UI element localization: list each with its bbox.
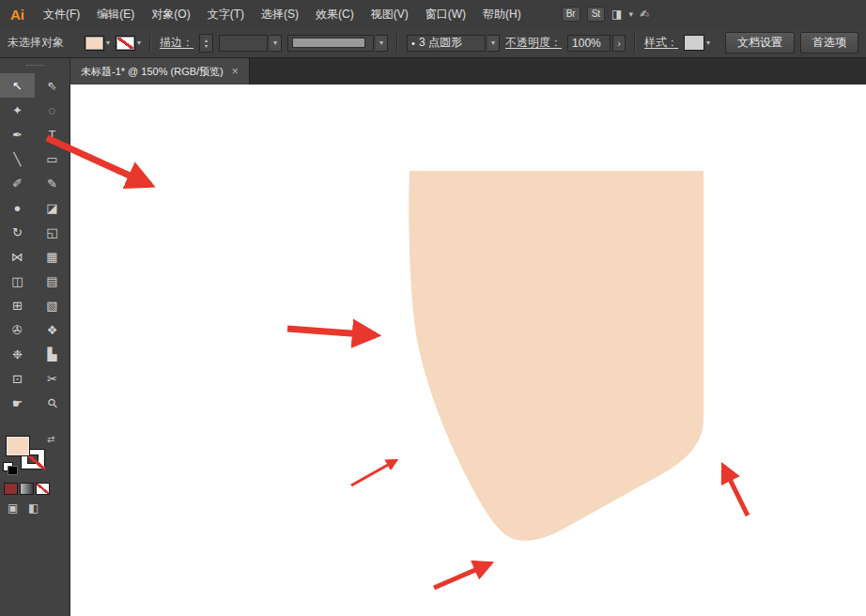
style-dropdown[interactable]: ▾	[684, 35, 710, 51]
shape-builder-tool[interactable]: ◫	[0, 269, 35, 293]
control-bar: 未选择对象 ▾ ▾ 描边： ▴ ▾ ▾ ▾ • 3 点圆形 ▾ 不透明度： 10…	[0, 28, 866, 58]
stroke-weight-combo[interactable]: ▾	[219, 35, 282, 52]
app-logo: Ai	[0, 7, 35, 23]
color-mode-button[interactable]	[4, 483, 18, 495]
blob-brush-tool[interactable]: ●	[0, 195, 35, 220]
opacity-panel-arrow[interactable]: ›	[612, 35, 626, 52]
menu-bar: Ai 文件(F) 编辑(E) 对象(O) 文字(T) 选择(S) 效果(C) 视…	[0, 0, 866, 29]
menu-edit[interactable]: 编辑(E)	[88, 0, 143, 28]
stroke-weight-stepper[interactable]: ▴ ▾	[199, 34, 213, 53]
type-tool[interactable]: T	[35, 122, 70, 146]
width-tool[interactable]: ⋈	[0, 244, 35, 269]
none-mode-button[interactable]	[36, 483, 50, 495]
brush-preview-icon: •	[411, 38, 415, 49]
hand-tool[interactable]: ☛	[0, 391, 35, 415]
screen-mode-button[interactable]: ◧	[28, 501, 39, 515]
eraser-tool[interactable]: ◪	[35, 195, 70, 220]
document-tab[interactable]: 未标题-1* @ 150% (RGB/预览) ×	[70, 58, 250, 85]
document-tab-bar: 未标题-1* @ 150% (RGB/预览) ×	[70, 58, 866, 85]
perspective-grid-tool[interactable]: ▤	[35, 269, 70, 293]
chevron-down-icon[interactable]: ▾	[628, 9, 633, 19]
stroke-color-swatch[interactable]	[116, 36, 135, 51]
fill-swatch[interactable]	[6, 436, 30, 456]
direct-selection-tool[interactable]: ⇖	[35, 73, 70, 98]
mesh-tool[interactable]: ⊞	[0, 293, 35, 317]
paintbrush-tool[interactable]: ✐	[0, 171, 35, 195]
tab-close-icon[interactable]: ×	[232, 65, 239, 78]
line-segment-tool[interactable]: ╲	[0, 146, 35, 171]
opacity-label[interactable]: 不透明度：	[505, 35, 562, 51]
tools-panel: ↖ ⇖ ✦ ◌ ✒ T ╲ ▭ ✐ ✎ ● ◪ ↻ ◱ ⋈ ▦ ◫ ▤ ⊞ ▧ …	[0, 58, 70, 616]
column-graph-tool[interactable]: ▙	[35, 342, 70, 366]
chevron-down-icon[interactable]: ▾	[491, 38, 495, 47]
rotate-tool[interactable]: ↻	[0, 220, 35, 244]
draw-mode-button[interactable]: ▣	[8, 501, 18, 515]
opacity-value[interactable]: 100%	[572, 37, 601, 50]
rectangle-tool[interactable]: ▭	[35, 146, 70, 171]
brush-definition-value[interactable]: 3 点圆形	[419, 35, 462, 51]
selection-tool[interactable]: ↖	[0, 73, 35, 98]
default-stroke-chip	[8, 466, 18, 475]
artboard-canvas[interactable]	[70, 85, 866, 616]
menu-window[interactable]: 窗口(W)	[417, 0, 474, 28]
style-swatch[interactable]	[684, 35, 704, 51]
opacity-combo[interactable]: 100% ›	[567, 35, 626, 52]
pencil-tool[interactable]: ✎	[35, 171, 70, 195]
fill-color-swatch[interactable]	[85, 36, 104, 51]
chevron-down-icon[interactable]: ▾	[106, 38, 110, 47]
touch-workspace-icon[interactable]: ✍	[640, 8, 649, 21]
swap-fill-stroke-icon[interactable]: ⇄	[47, 434, 54, 444]
artwork-layer	[70, 85, 866, 616]
toolbar-grip[interactable]	[0, 58, 70, 73]
symbol-sprayer-tool[interactable]: ❉	[0, 342, 35, 366]
eyedropper-tool[interactable]: ✇	[0, 317, 35, 342]
stepper-down-icon[interactable]: ▾	[205, 43, 208, 49]
workspace-switcher-icon[interactable]: ◨	[611, 8, 622, 21]
free-transform-tool[interactable]: ▦	[35, 244, 70, 269]
separator	[634, 34, 636, 53]
menu-select[interactable]: 选择(S)	[253, 0, 307, 28]
tool-grid: ↖ ⇖ ✦ ◌ ✒ T ╲ ▭ ✐ ✎ ● ◪ ↻ ◱ ⋈ ▦ ◫ ▤ ⊞ ▧ …	[0, 73, 70, 415]
artboard-tool[interactable]: ⊡	[0, 366, 35, 391]
chevron-down-icon[interactable]: ▾	[273, 38, 277, 47]
gradient-mode-button[interactable]	[20, 483, 34, 495]
separator	[396, 34, 398, 53]
width-profile-preview	[292, 38, 365, 48]
style-label[interactable]: 样式：	[644, 35, 678, 51]
separator	[149, 34, 151, 53]
bridge-button[interactable]: Br	[562, 7, 580, 22]
chevron-down-icon[interactable]: ▾	[379, 38, 383, 47]
gradient-tool[interactable]: ▧	[35, 293, 70, 317]
brush-definition-combo[interactable]: • 3 点圆形 ▾	[407, 35, 500, 52]
menu-help[interactable]: 帮助(H)	[474, 0, 530, 28]
menu-effect[interactable]: 效果(C)	[307, 0, 363, 28]
chevron-down-icon[interactable]: ▾	[706, 38, 710, 47]
menu-file[interactable]: 文件(F)	[35, 0, 88, 28]
width-profile-dropdown[interactable]: ▾	[287, 35, 388, 52]
scale-tool[interactable]: ◱	[35, 220, 70, 244]
stock-button[interactable]: St	[587, 7, 605, 22]
default-fill-stroke-icon[interactable]	[3, 462, 18, 474]
lasso-tool[interactable]: ◌	[35, 98, 70, 122]
selection-status: 未选择对象	[8, 35, 64, 51]
artwork-shape[interactable]	[409, 171, 704, 541]
menu-view[interactable]: 视图(V)	[363, 0, 417, 28]
menu-type[interactable]: 文字(T)	[199, 0, 253, 28]
stroke-color-control[interactable]: ▾	[116, 36, 141, 51]
blend-tool[interactable]: ❖	[35, 317, 70, 342]
preferences-button[interactable]: 首选项	[800, 32, 858, 53]
document-setup-button[interactable]: 文档设置	[725, 32, 795, 53]
document-tab-title: 未标题-1* @ 150% (RGB/预览)	[81, 65, 224, 79]
fill-color-control[interactable]: ▾	[85, 36, 110, 51]
pen-tool[interactable]: ✒	[0, 122, 35, 146]
stroke-label[interactable]: 描边：	[160, 35, 193, 51]
chevron-down-icon[interactable]: ▾	[137, 38, 141, 47]
menu-object[interactable]: 对象(O)	[143, 0, 198, 28]
magic-wand-tool[interactable]: ✦	[0, 98, 35, 122]
